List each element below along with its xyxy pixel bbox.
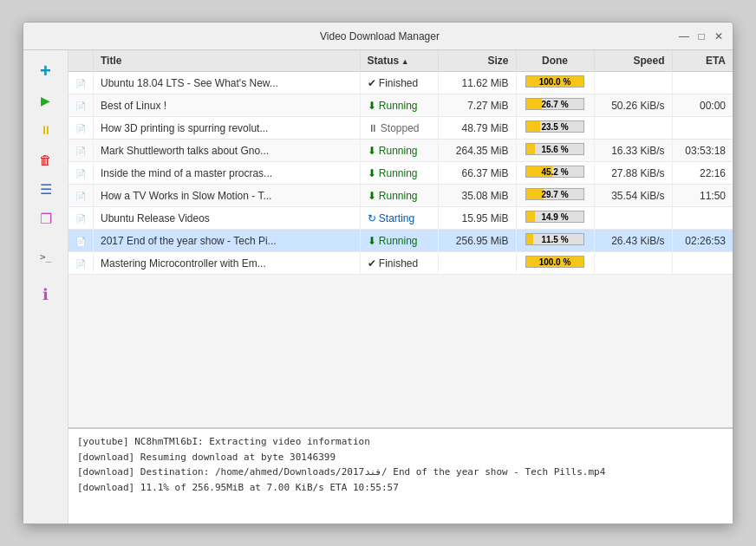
row-size: 264.35 MiB [438,140,516,162]
row-eta [672,252,733,275]
row-status: ⬇ Running [360,94,438,117]
log-line-2: [download] Resuming download at byte 301… [77,450,724,465]
copy-button[interactable]: ❐ [30,205,62,232]
row-status: ⬇ Running [360,140,438,162]
row-speed: 27.88 KiB/s [594,162,672,185]
log-line-3: [download] Destination: /home/ahmed/Down… [77,465,724,480]
row-size: 7.27 MiB [438,94,516,117]
right-panel: Title Status Size Done Speed ETA 📄Ubuntu… [68,50,733,523]
row-size: 48.79 MiB [438,117,516,140]
col-header-size[interactable]: Size [438,50,516,72]
table-row[interactable]: 📄Mark Shuttleworth talks about Gno...⬇ R… [68,140,733,162]
downloads-table: Title Status Size Done Speed ETA 📄Ubuntu… [68,50,733,275]
row-icon: 📄 [68,162,94,185]
row-done: 45.2 % [516,162,594,185]
row-icon: 📄 [68,252,94,275]
row-status: ⬇ Running [360,230,438,252]
row-size: 35.08 MiB [438,185,516,207]
row-icon: 📄 [68,94,94,117]
start-button[interactable]: ▶ [30,87,62,114]
row-done: 15.6 % [516,140,594,162]
col-header-eta[interactable]: ETA [672,50,733,72]
row-done: 26.7 % [516,94,594,117]
table-row[interactable]: 📄Mastering Microcontroller with Em...✔ F… [68,252,733,275]
row-speed: 26.43 KiB/s [594,230,672,252]
window-title: Video Download Manager [82,30,677,42]
table-row[interactable]: 📄Ubuntu Release Videos↻ Starting15.95 Mi… [68,207,733,230]
delete-button[interactable]: 🗑 [30,146,62,173]
row-title: Mark Shuttleworth talks about Gno... [94,140,361,162]
row-eta: 11:50 [672,185,733,207]
table-row[interactable]: 📄How a TV Works in Slow Motion - T...⬇ R… [68,185,733,207]
log-line-1: [youtube] NC8hmTMl6bI: Extracting video … [77,434,724,450]
row-size: 66.37 MiB [438,162,516,185]
row-speed: 35.54 KiB/s [594,185,672,207]
row-eta [672,117,733,140]
table-row[interactable]: 📄Best of Linux !⬇ Running7.27 MiB26.7 %5… [68,94,733,117]
row-title: Ubuntu Release Videos [94,207,361,230]
window-controls: — □ ✕ [677,29,726,43]
table-row[interactable]: 📄How 3D printing is spurring revolut...⏸… [68,117,733,140]
maximize-button[interactable]: □ [694,29,708,43]
row-size: 15.95 MiB [438,207,516,230]
row-size: 11.62 MiB [438,72,516,94]
row-speed [594,207,672,230]
row-done: 29.7 % [516,185,594,207]
table-body: 📄Ubuntu 18.04 LTS - See What's New...✔ F… [68,72,733,275]
row-icon: 📄 [68,140,94,162]
list-button[interactable]: ☰ [30,175,62,203]
row-done: 11.5 % [516,230,594,252]
log-line-4: [download] 11.1% of 256.95MiB at 7.00 Ki… [77,480,724,496]
row-speed [594,252,672,275]
info-button[interactable]: ℹ [30,281,62,309]
row-title: How 3D printing is spurring revolut... [94,117,361,140]
row-icon: 📄 [68,207,94,230]
row-title: Inside the mind of a master procras... [94,162,361,185]
sidebar: + ▶ ⏸ 🗑 ☰ ❐ >_ ℹ [23,50,68,523]
row-eta [672,207,733,230]
row-done: 14.9 % [516,207,594,230]
row-eta: 22:16 [672,162,733,185]
row-title: Mastering Microcontroller with Em... [94,252,361,275]
row-done: 100.0 % [516,72,594,94]
col-header-done[interactable]: Done [516,50,594,72]
col-header-icon[interactable] [68,50,94,72]
add-button[interactable]: + [30,57,62,85]
table-row[interactable]: 📄Inside the mind of a master procras...⬇… [68,162,733,185]
log-area[interactable]: [youtube] NC8hmTMl6bI: Extracting video … [68,428,733,523]
row-done: 23.5 % [516,117,594,140]
close-button[interactable]: ✕ [712,29,726,43]
row-status: ✔ Finished [360,252,438,275]
row-eta: 03:53:18 [672,140,733,162]
row-status: ↻ Starting [360,207,438,230]
row-speed [594,72,672,94]
col-header-speed[interactable]: Speed [594,50,672,72]
row-size: 256.95 MiB [438,230,516,252]
table-row[interactable]: 📄Ubuntu 18.04 LTS - See What's New...✔ F… [68,72,733,94]
row-title: How a TV Works in Slow Motion - T... [94,185,361,207]
row-icon: 📄 [68,72,94,94]
pause-button[interactable]: ⏸ [30,116,62,144]
row-status: ⏸ Stopped [360,117,438,140]
col-header-status[interactable]: Status [360,50,438,72]
row-status: ⬇ Running [360,185,438,207]
row-eta: 02:26:53 [672,230,733,252]
minimize-button[interactable]: — [677,29,691,43]
table-row[interactable]: 📄2017 End of the year show - Tech Pi...⬇… [68,230,733,252]
row-speed: 16.33 KiB/s [594,140,672,162]
title-bar: Video Download Manager — □ ✕ [23,23,733,50]
row-title: Best of Linux ! [94,94,361,117]
terminal-button[interactable]: >_ [30,243,62,270]
row-size [438,252,516,275]
row-eta [672,72,733,94]
row-speed [594,117,672,140]
row-status: ✔ Finished [360,72,438,94]
row-status: ⬇ Running [360,162,438,185]
main-window: Video Download Manager — □ ✕ + ▶ ⏸ 🗑 ☰ ❐… [23,22,733,524]
row-icon: 📄 [68,185,94,207]
col-header-title[interactable]: Title [94,50,361,72]
main-content: + ▶ ⏸ 🗑 ☰ ❐ >_ ℹ Title Status [23,50,733,523]
row-icon: 📄 [68,117,94,140]
downloads-table-area[interactable]: Title Status Size Done Speed ETA 📄Ubuntu… [68,50,733,428]
row-title: 2017 End of the year show - Tech Pi... [94,230,361,252]
